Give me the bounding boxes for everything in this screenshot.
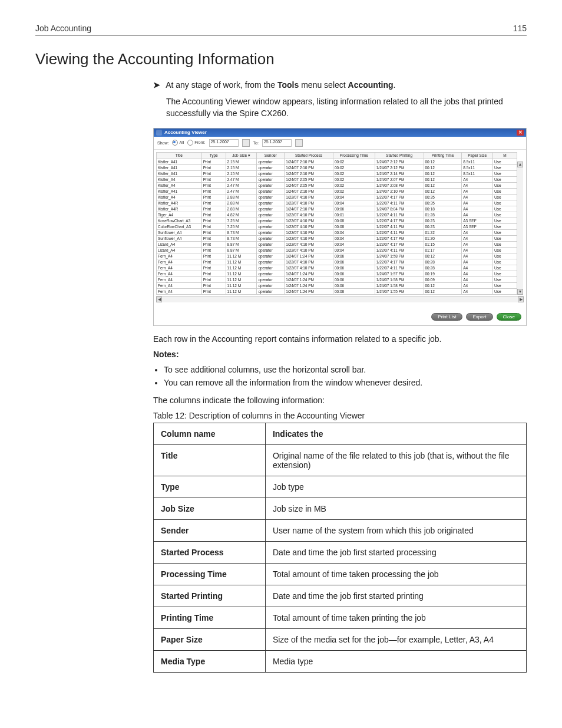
scroll-up-icon[interactable]: ▲ (517, 162, 523, 167)
cell: operator (257, 164, 285, 170)
cell: 1/22/07 4:11 PM (375, 200, 424, 206)
close-button-footer[interactable]: Close (497, 313, 521, 321)
cell: 00:06 (333, 206, 375, 212)
to-date-input[interactable]: 25.1.2007 (262, 139, 292, 147)
column-name-cell: Media Type (154, 650, 266, 672)
radio-all[interactable]: All (172, 140, 184, 146)
cell: 1/24/07 2:07 PM (375, 176, 424, 182)
table-row[interactable]: Fern_A4Print11.12 Moperator1/24/07 1:24 … (157, 282, 517, 288)
from-date-input[interactable]: 25.1.2007 (209, 139, 239, 147)
calendar-icon[interactable] (242, 139, 250, 147)
cell: Kisfier_A4 (157, 194, 202, 200)
cell: Lizard_A4 (157, 241, 202, 247)
table-row[interactable]: Kisfier_A4Print2.88 Moperator1/22/07 4:1… (157, 194, 517, 200)
table-row[interactable]: ColorRowChart_A3Print7.25 Moperator1/22/… (157, 223, 517, 229)
horizontal-scrollbar[interactable]: ◀ ▶ (156, 296, 524, 302)
section-name: Job Accounting (35, 24, 91, 33)
table-row[interactable]: Fern_A4Print11.12 Moperator1/24/07 1:24 … (157, 271, 517, 276)
col-paper-size[interactable]: Paper Size (462, 152, 493, 159)
export-button[interactable]: Export (466, 313, 492, 321)
cell: 2.88 M (226, 206, 257, 212)
cell: A4 (462, 229, 493, 235)
radio-from[interactable]: From: (187, 140, 205, 146)
col-title[interactable]: Title (157, 152, 202, 159)
cell: 01:20 (424, 235, 462, 241)
col-processing-time[interactable]: Processing Time (333, 152, 375, 159)
table-row[interactable]: Fern_A4Print11.12 Moperator1/24/07 1:24 … (157, 253, 517, 259)
col-type[interactable]: Type (201, 152, 226, 159)
cell: 1/24/07 1:58 PM (375, 276, 424, 282)
description-cell: Job type (265, 476, 526, 498)
col-started-printing[interactable]: Started Printing (375, 152, 424, 159)
cell: A4 (462, 265, 493, 271)
table-row[interactable]: Sunflower_A4Print8.73 Moperator1/22/07 4… (157, 229, 517, 235)
table-row[interactable]: Fern_A4Print11.12 Moperator1/22/07 4:10 … (157, 265, 517, 271)
cell: Tiger_A4 (157, 212, 202, 218)
cell: 01:15 (424, 241, 462, 247)
col-m[interactable]: M (493, 152, 517, 159)
cell: 1/24/07 2:10 PM (375, 188, 424, 194)
cell: 1/22/07 4:11 PM (375, 265, 424, 271)
cell: Kisfier_A41 (157, 164, 202, 170)
table-row[interactable]: Kisfier_A41Print2.15 Moperator1/24/07 2:… (157, 164, 517, 170)
col-sender[interactable]: Sender (257, 152, 285, 159)
table-row: Started ProcessDate and time the job fir… (154, 541, 527, 563)
table-row[interactable]: Kisfier_A41Print2.47 Moperator1/24/07 2:… (157, 188, 517, 194)
print-list-button[interactable]: Print List (431, 313, 462, 321)
table-row[interactable]: Kisfier_A4RPrint2.88 Moperator1/24/07 2:… (157, 206, 517, 212)
cell: 1/22/07 4:10 PM (285, 200, 333, 206)
cell: Use (493, 271, 517, 276)
cell: Fern_A4 (157, 276, 202, 282)
cell: 00:06 (333, 271, 375, 276)
cell: Print (201, 265, 226, 271)
table-row[interactable]: Fern_A4Print11.12 Moperator1/24/07 1:24 … (157, 288, 517, 294)
col-started-process[interactable]: Started Process (285, 152, 333, 159)
table-row[interactable]: Kisfier_A4Print2.47 Moperator1/24/07 2:0… (157, 176, 517, 182)
cell: 00:04 (333, 241, 375, 247)
table-row[interactable]: Kisfier_A41Print2.15 Moperator1/24/07 2:… (157, 159, 517, 164)
table-row[interactable]: Lizard_A4Print8.87 Moperator1/22/07 4:10… (157, 247, 517, 253)
cell: Print (201, 164, 226, 170)
description-cell: Original name of the file related to thi… (265, 444, 526, 476)
table-row[interactable]: Fern_A4Print11.12 Moperator1/24/07 1:24 … (157, 276, 517, 282)
column-name-cell: Job Size (154, 498, 266, 519)
calendar-icon[interactable] (295, 139, 303, 147)
table-row[interactable]: Kisfier_A41Print2.15 Moperator1/24/07 2:… (157, 170, 517, 176)
scroll-right-icon[interactable]: ▶ (518, 297, 524, 302)
table-row[interactable]: Tiger_A4Print4.82 Moperator1/22/07 4:10 … (157, 212, 517, 218)
cell: operator (257, 276, 285, 282)
cell: A4 (462, 194, 493, 200)
cell: Print (201, 218, 226, 223)
table-row[interactable]: KoseRowChart_A3Print7.25 Moperator1/22/0… (157, 218, 517, 223)
cell: 00:28 (424, 265, 462, 271)
cell: 1/22/07 4:17 PM (375, 259, 424, 265)
cell: 00:01 (333, 212, 375, 218)
scroll-left-icon[interactable]: ◀ (156, 297, 162, 302)
cell: 00:12 (424, 282, 462, 288)
cell: Print (201, 182, 226, 188)
table-row[interactable]: Kisfier_A4RPrint2.88 Moperator1/22/07 4:… (157, 200, 517, 206)
col-jobsize[interactable]: Job Size ▾ (226, 152, 257, 159)
description-cell: User name of the system from which this … (265, 519, 526, 541)
cell: 8.73 M (226, 235, 257, 241)
table-row[interactable]: Kisfier_A4Print2.47 Moperator1/24/07 2:0… (157, 182, 517, 188)
cell: Use (493, 194, 517, 200)
vertical-scrollbar[interactable]: ▲ ▼ (517, 162, 523, 295)
cell: 00:12 (424, 288, 462, 294)
table-row[interactable]: Sunflower_A4Print8.73 Moperator1/22/07 4… (157, 235, 517, 241)
cell: operator (257, 159, 285, 164)
cell: 00:23 (424, 223, 462, 229)
cell: 00:12 (424, 253, 462, 259)
cell: 1/24/07 2:10 PM (285, 206, 333, 212)
col-printing-time[interactable]: Printing Time (424, 152, 462, 159)
close-button[interactable]: ✕ (517, 130, 524, 136)
table-row[interactable]: Fern_A4Print11.12 Moperator1/22/07 4:10 … (157, 259, 517, 265)
cell: 1/22/07 4:10 PM (285, 241, 333, 247)
cell: 1/24/07 2:12 PM (375, 164, 424, 170)
cell: 00:02 (333, 188, 375, 194)
scroll-down-icon[interactable]: ▼ (517, 289, 523, 295)
cell: Use (493, 235, 517, 241)
cell: 1/22/07 4:10 PM (285, 218, 333, 223)
table-row[interactable]: Lizard_A4Print8.87 Moperator1/22/07 4:10… (157, 241, 517, 247)
cell: 1/24/07 1:58 PM (375, 253, 424, 259)
